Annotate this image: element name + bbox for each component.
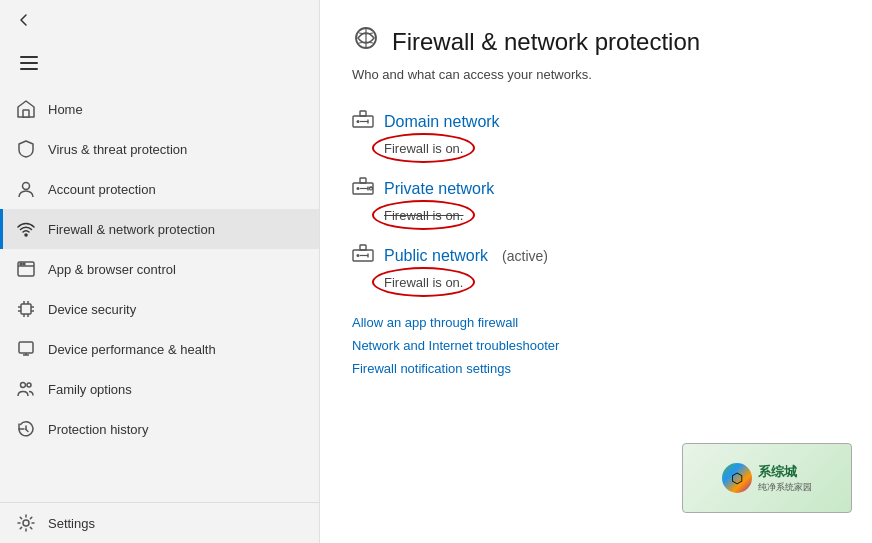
svg-point-43 — [357, 254, 360, 257]
svg-point-9 — [23, 263, 25, 265]
domain-network-link[interactable]: Domain network — [384, 113, 500, 131]
svg-point-32 — [357, 120, 360, 123]
sidebar-item-family-label: Family options — [48, 382, 132, 397]
private-network-link[interactable]: Private network — [384, 180, 494, 198]
sidebar-item-app-browser[interactable]: App & browser control — [0, 249, 319, 289]
back-icon — [16, 12, 32, 28]
domain-network-icon — [352, 110, 374, 133]
sidebar-item-app-browser-label: App & browser control — [48, 262, 176, 277]
home-icon — [16, 99, 36, 119]
family-icon — [16, 379, 36, 399]
svg-point-8 — [20, 263, 22, 265]
sidebar: Home Virus & threat protection — [0, 0, 320, 543]
private-firewall-status-text: Firewall is on. — [384, 208, 463, 223]
svg-point-37 — [357, 187, 360, 190]
domain-network-item: Domain network Firewall is on. — [352, 110, 840, 157]
private-icon-svg — [352, 177, 374, 195]
app-container: Home Virus & threat protection — [0, 0, 872, 543]
links-section: Allow an app through firewall Network an… — [352, 315, 840, 376]
svg-rect-1 — [20, 62, 38, 64]
family-svg — [17, 380, 35, 398]
svg-point-23 — [27, 383, 31, 387]
shield-icon — [16, 139, 36, 159]
browser-svg — [17, 260, 35, 278]
domain-firewall-status: Firewall is on. — [384, 139, 463, 157]
svg-rect-10 — [21, 304, 31, 314]
public-network-icon — [352, 244, 374, 267]
wifi-icon — [16, 219, 36, 239]
svg-rect-30 — [360, 111, 366, 116]
chip-icon — [16, 299, 36, 319]
hamburger-button[interactable] — [16, 52, 42, 77]
svg-rect-0 — [20, 56, 38, 58]
svg-point-5 — [25, 234, 27, 236]
hamburger-icon — [20, 56, 38, 70]
firewall-notification-link[interactable]: Firewall notification settings — [352, 361, 840, 376]
history-svg — [17, 420, 35, 438]
sidebar-item-device-security[interactable]: Device security — [0, 289, 319, 329]
svg-rect-36 — [360, 178, 366, 183]
sidebar-item-device-security-label: Device security — [48, 302, 136, 317]
sidebar-item-virus-label: Virus & threat protection — [48, 142, 187, 157]
sidebar-item-home-label: Home — [48, 102, 83, 117]
device-svg — [17, 340, 35, 358]
device-icon — [16, 339, 36, 359]
private-network-item: Private network Firewall is on. — [352, 177, 840, 224]
sidebar-item-account-label: Account protection — [48, 182, 156, 197]
svg-rect-2 — [20, 68, 38, 70]
sidebar-item-firewall[interactable]: Firewall & network protection — [0, 209, 319, 249]
person-icon — [16, 179, 36, 199]
sidebar-item-home[interactable]: Home — [0, 89, 319, 129]
svg-point-4 — [23, 183, 30, 190]
sidebar-item-device-perf[interactable]: Device performance & health — [0, 329, 319, 369]
public-firewall-status: Firewall is on. — [384, 273, 463, 291]
sidebar-item-history-label: Protection history — [48, 422, 148, 437]
network-troubleshooter-link[interactable]: Network and Internet troubleshooter — [352, 338, 840, 353]
public-network-item: Public network (active) Firewall is on. — [352, 244, 840, 291]
svg-line-25 — [26, 430, 28, 432]
public-network-link[interactable]: Public network — [384, 247, 488, 265]
allow-app-firewall-link[interactable]: Allow an app through firewall — [352, 315, 840, 330]
public-icon-svg — [352, 244, 374, 262]
private-firewall-status: Firewall is on. — [384, 206, 463, 224]
public-network-active-badge: (active) — [502, 248, 548, 264]
settings-icon — [16, 513, 36, 533]
svg-point-22 — [21, 383, 26, 388]
sidebar-item-family[interactable]: Family options — [0, 369, 319, 409]
wifi-svg — [17, 220, 35, 238]
page-header: Firewall & network protection — [352, 24, 840, 59]
svg-rect-42 — [360, 245, 366, 250]
sidebar-item-history[interactable]: Protection history — [0, 409, 319, 449]
chip-svg — [17, 300, 35, 318]
domain-icon-svg — [352, 110, 374, 128]
person-svg — [17, 180, 35, 198]
sidebar-top — [0, 0, 319, 44]
home-svg — [17, 100, 35, 118]
public-firewall-status-text: Firewall is on. — [384, 275, 463, 290]
sidebar-item-account[interactable]: Account protection — [0, 169, 319, 209]
main-content: Firewall & network protection Who and wh… — [320, 0, 872, 543]
back-button[interactable] — [12, 8, 36, 36]
sidebar-item-virus[interactable]: Virus & threat protection — [0, 129, 319, 169]
sidebar-item-settings[interactable]: Settings — [0, 503, 319, 543]
settings-svg — [17, 514, 35, 532]
private-network-header: Private network — [352, 177, 840, 200]
svg-point-26 — [23, 520, 29, 526]
browser-icon — [16, 259, 36, 279]
page-header-icon — [352, 24, 380, 59]
sidebar-item-firewall-label: Firewall & network protection — [48, 222, 215, 237]
history-icon — [16, 419, 36, 439]
page-subtitle: Who and what can access your networks. — [352, 67, 840, 82]
sidebar-nav: Home Virus & threat protection — [0, 85, 319, 449]
page-title: Firewall & network protection — [392, 28, 700, 56]
svg-rect-19 — [19, 342, 33, 353]
sidebar-item-settings-label: Settings — [48, 516, 95, 531]
sidebar-item-device-perf-label: Device performance & health — [48, 342, 216, 357]
public-network-header: Public network (active) — [352, 244, 840, 267]
domain-network-header: Domain network — [352, 110, 840, 133]
firewall-header-icon — [352, 24, 380, 52]
shield-svg — [17, 140, 35, 158]
domain-firewall-status-text: Firewall is on. — [384, 141, 463, 156]
private-network-icon — [352, 177, 374, 200]
